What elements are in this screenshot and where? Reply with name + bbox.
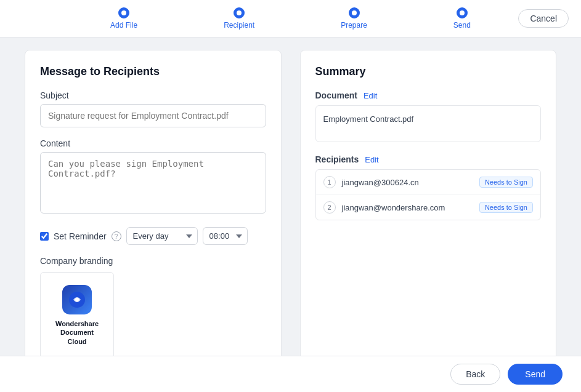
reminder-frequency-select[interactable]: Every day Every 2 days Every week: [126, 227, 198, 245]
step-add-file: Add File: [110, 7, 224, 30]
reminder-row: Set Reminder ? Every day Every 2 days Ev…: [40, 227, 266, 245]
svg-point-1: [75, 298, 79, 302]
table-row: 2 jiangwan@wondershare.com Needs to Sign: [316, 195, 541, 220]
document-section-label: Document: [315, 90, 357, 100]
document-name: Employment Contract.pdf: [323, 114, 414, 124]
step-prepare: Prepare: [341, 7, 453, 30]
recipient-email-2: jiangwan@wondershare.com: [342, 203, 473, 212]
steps-container: Add File Recipient Prepare: [110, 7, 471, 30]
step-label-recipient: Recipient: [224, 21, 254, 30]
document-box: Employment Contract.pdf: [315, 105, 542, 142]
bottom-bar: Back Send: [0, 356, 581, 392]
document-section-header: Document Edit: [315, 90, 542, 100]
subject-label: Subject: [40, 90, 266, 100]
reminder-checkbox[interactable]: [40, 232, 49, 241]
content-label: Content: [40, 138, 266, 148]
right-panel: Summary Document Edit Employment Contrac…: [300, 50, 557, 392]
step-circle-add-file: [118, 7, 129, 18]
recipients-list: 1 jiangwan@300624.cn Needs to Sign 2 jia…: [315, 169, 542, 220]
step-label-add-file: Add File: [110, 21, 137, 30]
recipient-number-1: 1: [323, 176, 336, 188]
document-edit-link[interactable]: Edit: [364, 91, 377, 100]
left-panel-title: Message to Recipients: [40, 65, 266, 78]
step-label-prepare: Prepare: [341, 21, 367, 30]
top-bar: Add File Recipient Prepare: [0, 0, 581, 38]
branding-box: Wondershare Document Cloud: [40, 272, 114, 359]
subject-input[interactable]: [40, 104, 266, 127]
main-content: Message to Recipients Subject Content Se…: [0, 38, 581, 392]
recipients-section-header: Recipients Edit: [315, 154, 542, 164]
content-textarea[interactable]: [40, 152, 266, 214]
branding-title: Company branding: [40, 256, 266, 266]
brand-logo-icon: [62, 285, 92, 314]
reminder-time-select[interactable]: 08:00 09:00 10:00: [203, 227, 248, 245]
left-panel: Message to Recipients Subject Content Se…: [25, 50, 282, 392]
summary-title: Summary: [315, 65, 542, 78]
recipient-status-2: Needs to Sign: [479, 202, 533, 213]
step-circle-prepare: [349, 7, 360, 18]
content-field-group: Content: [40, 138, 266, 216]
recipient-status-1: Needs to Sign: [479, 177, 533, 188]
send-button[interactable]: Send: [508, 364, 563, 385]
recipients-section-label: Recipients: [315, 154, 359, 164]
reminder-help-icon[interactable]: ?: [112, 231, 121, 241]
step-label-send: Send: [453, 21, 471, 30]
step-send: Send: [453, 7, 471, 30]
recipient-email-1: jiangwan@300624.cn: [342, 178, 473, 187]
step-circle-send: [457, 7, 468, 18]
cancel-button[interactable]: Cancel: [518, 9, 569, 28]
step-circle-recipient: [234, 7, 245, 18]
recipient-number-2: 2: [323, 201, 336, 214]
recipients-edit-link[interactable]: Edit: [365, 155, 378, 164]
reminder-label: Set Reminder: [54, 231, 107, 241]
table-row: 1 jiangwan@300624.cn Needs to Sign: [316, 170, 541, 195]
back-button[interactable]: Back: [450, 364, 500, 385]
step-recipient: Recipient: [224, 7, 341, 30]
brand-name: Wondershare Document Cloud: [53, 319, 101, 346]
subject-field-group: Subject: [40, 90, 266, 127]
